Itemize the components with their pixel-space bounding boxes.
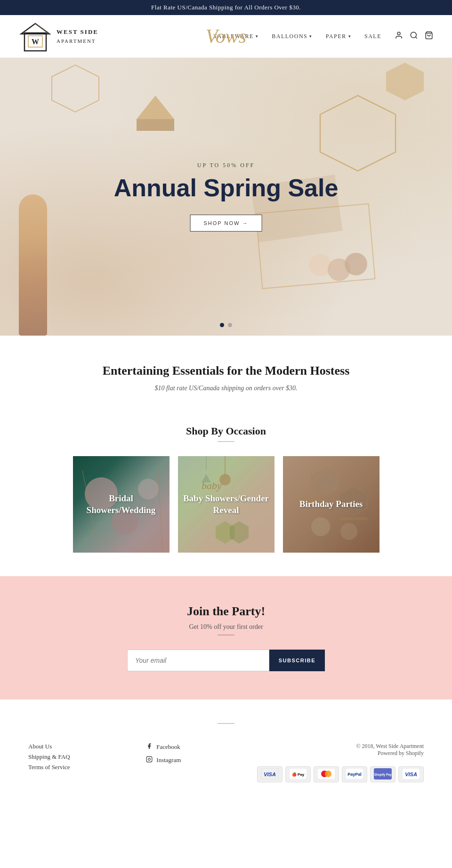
- subscribe-button[interactable]: SUBSCRIBE: [269, 650, 325, 671]
- footer-links-col: About Us Shipping & FAQ Terms of Service: [28, 743, 70, 771]
- occasion-title: Shop By Occasion: [19, 425, 433, 437]
- payment-shopifypay-icon: Shopify Pay: [370, 766, 396, 782]
- nav-sale[interactable]: SALE: [364, 33, 381, 40]
- birthday-card[interactable]: Birthday Parties: [283, 456, 379, 553]
- logo-text: west side apartment: [56, 27, 98, 45]
- join-title: Join the Party!: [19, 604, 433, 619]
- birthday-card-overlay: Birthday Parties: [283, 456, 379, 553]
- bridal-card-overlay: Bridal Showers/Wedding: [73, 456, 170, 553]
- footer-columns: About Us Shipping & FAQ Terms of Service…: [28, 743, 424, 782]
- nav-balloons[interactable]: BALLOONS ▾: [272, 33, 313, 40]
- footer-copyright: © 2018, West Side Apartment Powered by S…: [257, 743, 424, 757]
- script-logo: Vows: [206, 25, 246, 48]
- baby-card-overlay: Baby Showers/Gender Reveal: [178, 456, 274, 553]
- search-icon[interactable]: [410, 31, 418, 41]
- main-nav: TABLEWARE ▾ BALLOONS ▾ PAPER ▾ SALE: [214, 31, 433, 41]
- essentials-section: Entertaining Essentials for the Modern H…: [0, 336, 452, 411]
- svg-text:VISA: VISA: [264, 772, 276, 777]
- email-form: SUBSCRIBE: [127, 650, 325, 671]
- svg-line-7: [415, 37, 417, 38]
- footer-instagram[interactable]: Instagram: [146, 756, 181, 764]
- hero-subtitle: UP TO 50% OFF: [114, 162, 339, 169]
- bridal-card[interactable]: Bridal Showers/Wedding: [73, 456, 170, 553]
- svg-line-4: [35, 24, 49, 34]
- logo-icon: W: [19, 20, 52, 53]
- payment-paypal-icon: PayPal: [342, 766, 367, 782]
- payment-visa-icon: VISA: [257, 766, 282, 782]
- payment-visa2-icon: VISA: [398, 766, 424, 782]
- payment-applepay-icon: 🍎 Pay: [285, 766, 311, 782]
- essentials-subtitle: $10 flat rate US/Canada shipping on orde…: [19, 385, 433, 392]
- svg-point-45: [325, 771, 331, 777]
- svg-point-5: [397, 32, 400, 35]
- join-subtitle: Get 10% off your first order: [19, 623, 433, 631]
- logo[interactable]: W west side apartment: [19, 20, 98, 53]
- join-section: Join the Party! Get 10% off your first o…: [0, 576, 452, 699]
- cart-icon[interactable]: [425, 31, 433, 41]
- site-header: W west side apartment Vows TABLEWARE ▾ B…: [0, 15, 452, 58]
- occasion-divider: [218, 441, 234, 442]
- svg-point-6: [411, 32, 416, 38]
- paper-dropdown-arrow: ▾: [348, 34, 352, 39]
- hero-dot-1[interactable]: [220, 323, 224, 327]
- balloons-dropdown-arrow: ▾: [309, 34, 313, 39]
- join-divider: [218, 635, 234, 635]
- birthday-card-label: Birthday Parties: [295, 498, 368, 510]
- svg-text:🍎 Pay: 🍎 Pay: [292, 772, 305, 777]
- footer-right-col: © 2018, West Side Apartment Powered by S…: [257, 743, 424, 782]
- account-icon[interactable]: [395, 31, 403, 41]
- hero-dots: [220, 323, 232, 327]
- footer-social-col: Facebook Instagram: [146, 743, 181, 766]
- facebook-icon: [146, 743, 153, 751]
- footer-link-about[interactable]: About Us: [28, 743, 70, 750]
- hero-title: Annual Spring Sale: [114, 175, 339, 201]
- payment-mastercard-icon: [314, 766, 339, 782]
- hero-section: UP TO 50% OFF Annual Spring Sale SHOP NO…: [0, 58, 452, 336]
- hero-shop-now-button[interactable]: SHOP NOW →: [190, 215, 262, 232]
- footer-divider: [218, 723, 234, 724]
- banner-text: Flat Rate US/Canada Shipping for All Ord…: [151, 4, 301, 11]
- svg-rect-37: [146, 756, 152, 762]
- svg-marker-1: [21, 24, 49, 34]
- nav-icons: [395, 31, 433, 41]
- occasion-section: Shop By Occasion Bridal Showers/Wedding …: [0, 411, 452, 576]
- svg-text:Shopify Pay: Shopify Pay: [374, 773, 392, 777]
- baby-card-label: Baby Showers/Gender Reveal: [178, 493, 274, 516]
- svg-text:PayPal: PayPal: [347, 772, 362, 777]
- site-footer: About Us Shipping & FAQ Terms of Service…: [0, 699, 452, 796]
- svg-text:W: W: [32, 38, 39, 46]
- baby-card[interactable]: baby Baby Showers/Gender Reveal: [178, 456, 274, 553]
- nav-paper[interactable]: PAPER ▾: [326, 33, 351, 40]
- essentials-title: Entertaining Essentials for the Modern H…: [19, 364, 433, 378]
- footer-link-shipping[interactable]: Shipping & FAQ: [28, 753, 70, 761]
- instagram-icon: [146, 756, 153, 764]
- footer-link-terms[interactable]: Terms of Service: [28, 764, 70, 771]
- tableware-dropdown-arrow: ▾: [256, 34, 259, 39]
- hero-bottle-decoration: [19, 194, 47, 336]
- email-input[interactable]: [127, 650, 269, 671]
- hero-content: UP TO 50% OFF Annual Spring Sale SHOP NO…: [114, 162, 339, 232]
- top-banner: Flat Rate US/Canada Shipping for All Ord…: [0, 0, 452, 15]
- occasion-grid: Bridal Showers/Wedding baby Baby Showers…: [19, 456, 433, 553]
- bridal-card-label: Bridal Showers/Wedding: [73, 493, 170, 516]
- hero-dot-2[interactable]: [228, 323, 232, 327]
- footer-facebook[interactable]: Facebook: [146, 743, 181, 751]
- svg-text:VISA: VISA: [405, 772, 417, 777]
- payment-icons: VISA 🍎 Pay PayPal Shopify Pay VISA: [257, 766, 424, 782]
